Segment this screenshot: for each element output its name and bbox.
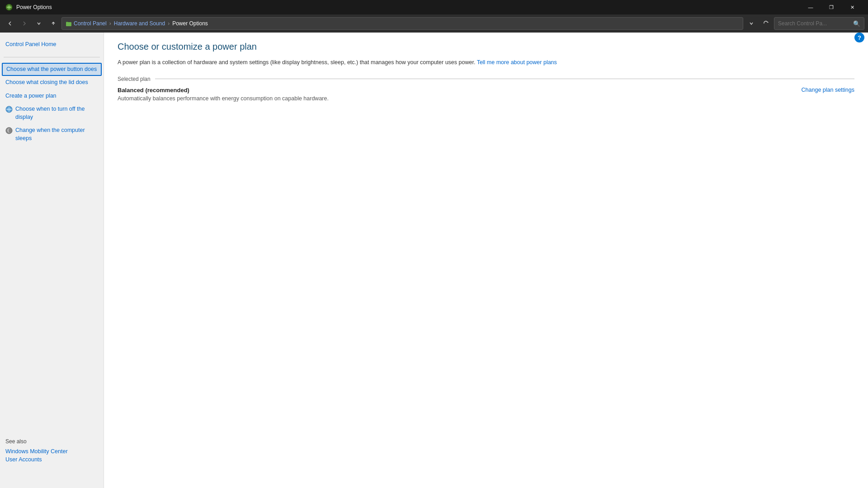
app-icon [5, 4, 13, 11]
sidebar-bottom: See also Windows Mobility Center User Ac… [0, 433, 104, 470]
sidebar-item-control-panel-home[interactable]: Control Panel Home [0, 38, 104, 52]
history-dropdown[interactable] [745, 17, 758, 30]
search-box[interactable]: 🔍 [774, 17, 864, 30]
sidebar-item-power-button[interactable]: Choose what the power button does [2, 63, 102, 76]
moon-icon [5, 127, 13, 137]
sidebar-item-create-plan[interactable]: Create a power plan [0, 89, 104, 103]
breadcrumb-item2[interactable]: Hardware and Sound [114, 20, 165, 27]
svg-point-3 [6, 127, 12, 134]
sidebar-item-computer-sleeps[interactable]: Change when the computer sleeps [0, 124, 104, 145]
back-button[interactable] [4, 17, 16, 30]
dropdown-button[interactable] [33, 17, 45, 30]
plan-row: Balanced (recommended) Automatically bal… [118, 87, 854, 102]
address-field[interactable]: Control Panel › Hardware and Sound › Pow… [61, 17, 743, 30]
title-bar-left: Power Options [5, 4, 52, 11]
page-title: Choose or customize a power plan [118, 42, 854, 52]
address-right: 🔍 [745, 17, 864, 30]
window-title: Power Options [16, 4, 52, 10]
selected-plan-label: Selected plan [118, 76, 151, 82]
refresh-button[interactable] [760, 17, 772, 30]
address-bar: Control Panel › Hardware and Sound › Pow… [0, 14, 868, 33]
help-button[interactable]: ? [854, 33, 864, 42]
breadcrumb-item3: Power Options [172, 20, 208, 27]
sidebar: Control Panel Home Choose what the power… [0, 33, 104, 488]
display-icon [5, 106, 13, 116]
plan-description: Automatically balances performance with … [118, 95, 793, 102]
up-button[interactable] [47, 17, 60, 30]
plan-name: Balanced (recommended) [118, 87, 793, 94]
see-also-label: See also [5, 438, 99, 445]
sidebar-item-turn-off-display[interactable]: Choose when to turn off the display [0, 103, 104, 124]
description-link[interactable]: Tell me more about power plans [477, 59, 557, 66]
sidebar-link-user-accounts[interactable]: User Accounts [5, 456, 99, 463]
window-controls: — ❐ ✕ [800, 0, 863, 14]
folder-icon [66, 20, 72, 27]
maximize-button[interactable]: ❐ [821, 0, 842, 14]
plan-info: Balanced (recommended) Automatically bal… [118, 87, 793, 102]
sidebar-item-closing-lid[interactable]: Choose what closing the lid does [0, 76, 104, 89]
breadcrumb-item1[interactable]: Control Panel [74, 20, 107, 27]
forward-button[interactable] [18, 17, 31, 30]
close-button[interactable]: ✕ [842, 0, 863, 14]
main-container: Control Panel Home Choose what the power… [0, 33, 868, 488]
minimize-button[interactable]: — [800, 0, 821, 14]
sidebar-divider [4, 57, 100, 57]
svg-rect-1 [66, 22, 71, 26]
content-area: Choose or customize a power plan A power… [104, 33, 868, 488]
change-plan-link[interactable]: Change plan settings [802, 87, 854, 93]
description-text: A power plan is a collection of hardware… [118, 58, 854, 67]
selected-plan-header: Selected plan [118, 76, 854, 82]
search-input[interactable] [778, 20, 851, 27]
sidebar-link-mobility-center[interactable]: Windows Mobility Center [5, 448, 99, 455]
selected-plan-divider [155, 79, 854, 79]
search-icon[interactable]: 🔍 [853, 20, 860, 27]
title-bar: Power Options — ❐ ✕ [0, 0, 868, 14]
